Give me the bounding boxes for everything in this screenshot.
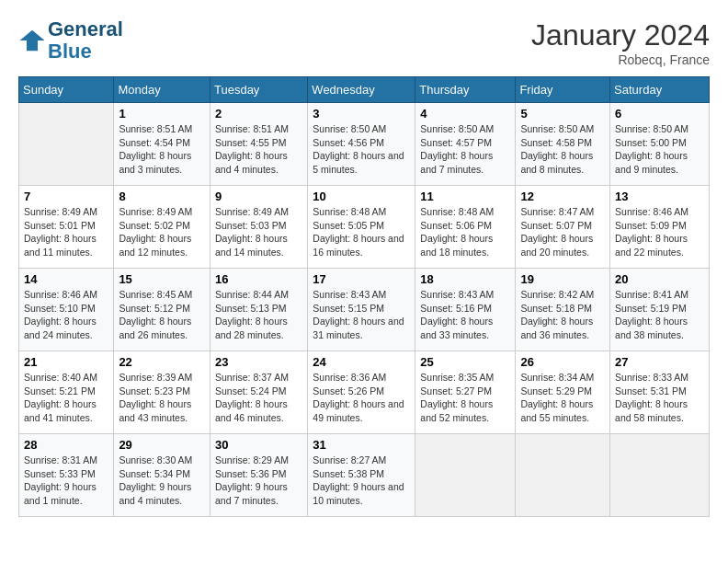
sunset-text: Sunset: 5:13 PM bbox=[215, 302, 302, 316]
day-info: Sunrise: 8:46 AM Sunset: 5:09 PM Dayligh… bbox=[615, 205, 704, 259]
sunset-text: Sunset: 4:58 PM bbox=[520, 136, 605, 150]
calendar-cell bbox=[19, 103, 114, 186]
sunrise-text: Sunrise: 8:45 AM bbox=[119, 288, 205, 302]
weekday-header: Tuesday bbox=[210, 77, 307, 103]
calendar-cell: 24 Sunrise: 8:36 AM Sunset: 5:26 PM Dayl… bbox=[308, 351, 415, 434]
calendar-cell: 15 Sunrise: 8:45 AM Sunset: 5:12 PM Dayl… bbox=[114, 269, 210, 351]
calendar-cell bbox=[516, 434, 610, 517]
sunrise-text: Sunrise: 8:51 AM bbox=[119, 122, 205, 136]
calendar-cell: 25 Sunrise: 8:35 AM Sunset: 5:27 PM Dayl… bbox=[415, 351, 516, 434]
daylight-text: Daylight: 8 hours and 18 minutes. bbox=[420, 232, 510, 259]
sunrise-text: Sunrise: 8:50 AM bbox=[520, 122, 605, 136]
day-number: 22 bbox=[119, 355, 205, 369]
daylight-text: Daylight: 9 hours and 4 minutes. bbox=[119, 480, 205, 507]
calendar-cell bbox=[415, 434, 516, 517]
calendar-cell: 29 Sunrise: 8:30 AM Sunset: 5:34 PM Dayl… bbox=[114, 434, 210, 517]
sunset-text: Sunset: 5:16 PM bbox=[420, 302, 510, 316]
sunrise-text: Sunrise: 8:49 AM bbox=[24, 205, 108, 219]
daylight-text: Daylight: 9 hours and 1 minute. bbox=[24, 480, 108, 507]
sunset-text: Sunset: 5:05 PM bbox=[313, 219, 410, 233]
calendar-cell: 18 Sunrise: 8:43 AM Sunset: 5:16 PM Dayl… bbox=[415, 269, 516, 351]
sunrise-text: Sunrise: 8:46 AM bbox=[615, 205, 704, 219]
daylight-text: Daylight: 8 hours and 20 minutes. bbox=[520, 232, 605, 259]
day-number: 20 bbox=[615, 272, 704, 286]
logo-line2: Blue bbox=[48, 40, 92, 63]
calendar-week-row: 14 Sunrise: 8:46 AM Sunset: 5:10 PM Dayl… bbox=[19, 269, 710, 351]
day-info: Sunrise: 8:36 AM Sunset: 5:26 PM Dayligh… bbox=[313, 371, 410, 425]
daylight-text: Daylight: 8 hours and 49 minutes. bbox=[313, 397, 410, 424]
sunset-text: Sunset: 5:03 PM bbox=[215, 219, 302, 233]
calendar-cell: 23 Sunrise: 8:37 AM Sunset: 5:24 PM Dayl… bbox=[210, 351, 307, 434]
day-info: Sunrise: 8:35 AM Sunset: 5:27 PM Dayligh… bbox=[420, 371, 510, 425]
day-number: 14 bbox=[24, 272, 108, 286]
daylight-text: Daylight: 8 hours and 41 minutes. bbox=[24, 397, 108, 424]
calendar-cell: 28 Sunrise: 8:31 AM Sunset: 5:33 PM Dayl… bbox=[19, 434, 114, 517]
day-number: 5 bbox=[520, 107, 605, 121]
daylight-text: Daylight: 8 hours and 7 minutes. bbox=[420, 149, 510, 176]
sunrise-text: Sunrise: 8:36 AM bbox=[313, 371, 410, 385]
day-number: 6 bbox=[615, 107, 704, 121]
calendar-cell: 17 Sunrise: 8:43 AM Sunset: 5:15 PM Dayl… bbox=[308, 269, 415, 351]
daylight-text: Daylight: 8 hours and 4 minutes. bbox=[215, 149, 302, 176]
calendar-cell: 8 Sunrise: 8:49 AM Sunset: 5:02 PM Dayli… bbox=[114, 186, 210, 269]
sunset-text: Sunset: 5:21 PM bbox=[24, 385, 108, 398]
day-info: Sunrise: 8:41 AM Sunset: 5:19 PM Dayligh… bbox=[615, 288, 704, 342]
logo-text: General Blue bbox=[48, 18, 123, 63]
sunset-text: Sunset: 4:56 PM bbox=[313, 136, 410, 150]
daylight-text: Daylight: 8 hours and 24 minutes. bbox=[24, 315, 108, 341]
daylight-text: Daylight: 8 hours and 5 minutes. bbox=[313, 149, 410, 176]
sunset-text: Sunset: 5:12 PM bbox=[119, 302, 205, 316]
daylight-text: Daylight: 8 hours and 11 minutes. bbox=[24, 232, 108, 259]
sunset-text: Sunset: 5:10 PM bbox=[24, 302, 108, 316]
day-number: 1 bbox=[119, 107, 205, 121]
daylight-text: Daylight: 8 hours and 26 minutes. bbox=[119, 315, 205, 341]
logo-icon bbox=[18, 27, 46, 54]
day-info: Sunrise: 8:34 AM Sunset: 5:29 PM Dayligh… bbox=[520, 371, 605, 425]
sunrise-text: Sunrise: 8:47 AM bbox=[520, 205, 605, 219]
calendar-cell: 11 Sunrise: 8:48 AM Sunset: 5:06 PM Dayl… bbox=[415, 186, 516, 269]
sunset-text: Sunset: 5:26 PM bbox=[313, 385, 410, 398]
day-number: 21 bbox=[24, 355, 108, 369]
day-number: 28 bbox=[24, 438, 108, 452]
daylight-text: Daylight: 8 hours and 31 minutes. bbox=[313, 315, 410, 341]
sunset-text: Sunset: 5:18 PM bbox=[520, 302, 605, 316]
sunrise-text: Sunrise: 8:49 AM bbox=[215, 205, 302, 219]
day-number: 11 bbox=[420, 190, 510, 203]
svg-marker-0 bbox=[20, 30, 45, 52]
sunrise-text: Sunrise: 8:35 AM bbox=[420, 371, 510, 385]
sunset-text: Sunset: 5:09 PM bbox=[615, 219, 704, 233]
sunset-text: Sunset: 5:38 PM bbox=[313, 467, 410, 481]
daylight-text: Daylight: 8 hours and 43 minutes. bbox=[119, 397, 205, 424]
calendar-cell: 6 Sunrise: 8:50 AM Sunset: 5:00 PM Dayli… bbox=[610, 103, 710, 186]
day-info: Sunrise: 8:50 AM Sunset: 4:57 PM Dayligh… bbox=[420, 122, 510, 177]
sunrise-text: Sunrise: 8:50 AM bbox=[420, 122, 510, 136]
sunset-text: Sunset: 5:02 PM bbox=[119, 219, 205, 233]
day-info: Sunrise: 8:30 AM Sunset: 5:34 PM Dayligh… bbox=[119, 454, 205, 508]
calendar-cell: 27 Sunrise: 8:33 AM Sunset: 5:31 PM Dayl… bbox=[610, 351, 710, 434]
sunset-text: Sunset: 5:36 PM bbox=[215, 467, 302, 481]
calendar-cell: 16 Sunrise: 8:44 AM Sunset: 5:13 PM Dayl… bbox=[210, 269, 307, 351]
sunrise-text: Sunrise: 8:48 AM bbox=[313, 205, 410, 219]
day-info: Sunrise: 8:49 AM Sunset: 5:02 PM Dayligh… bbox=[119, 205, 205, 259]
page-header: General Blue January 2024 Robecq, France bbox=[18, 18, 710, 67]
weekday-header: Sunday bbox=[19, 77, 114, 103]
calendar-week-row: 28 Sunrise: 8:31 AM Sunset: 5:33 PM Dayl… bbox=[19, 434, 710, 517]
calendar-cell: 26 Sunrise: 8:34 AM Sunset: 5:29 PM Dayl… bbox=[516, 351, 610, 434]
calendar-cell: 5 Sunrise: 8:50 AM Sunset: 4:58 PM Dayli… bbox=[516, 103, 610, 186]
day-info: Sunrise: 8:50 AM Sunset: 4:56 PM Dayligh… bbox=[313, 122, 410, 177]
day-number: 26 bbox=[520, 355, 605, 369]
calendar-cell: 4 Sunrise: 8:50 AM Sunset: 4:57 PM Dayli… bbox=[415, 103, 516, 186]
daylight-text: Daylight: 8 hours and 14 minutes. bbox=[215, 232, 302, 259]
sunset-text: Sunset: 4:55 PM bbox=[215, 136, 302, 150]
day-number: 16 bbox=[215, 272, 302, 286]
sunrise-text: Sunrise: 8:42 AM bbox=[520, 288, 605, 302]
day-info: Sunrise: 8:39 AM Sunset: 5:23 PM Dayligh… bbox=[119, 371, 205, 425]
day-number: 31 bbox=[313, 438, 410, 452]
day-info: Sunrise: 8:46 AM Sunset: 5:10 PM Dayligh… bbox=[24, 288, 108, 342]
calendar-cell: 9 Sunrise: 8:49 AM Sunset: 5:03 PM Dayli… bbox=[210, 186, 307, 269]
day-number: 30 bbox=[215, 438, 302, 452]
daylight-text: Daylight: 8 hours and 9 minutes. bbox=[615, 149, 704, 176]
day-number: 27 bbox=[615, 355, 704, 369]
day-info: Sunrise: 8:51 AM Sunset: 4:54 PM Dayligh… bbox=[119, 122, 205, 177]
location: Robecq, France bbox=[531, 52, 710, 67]
